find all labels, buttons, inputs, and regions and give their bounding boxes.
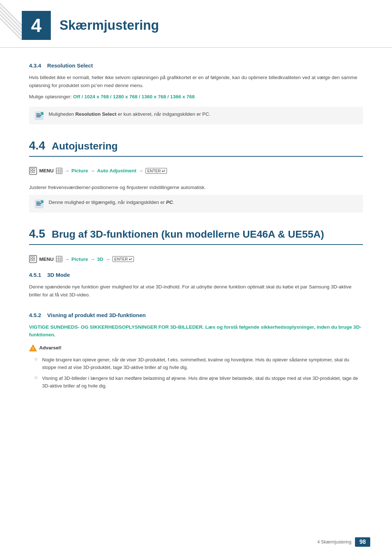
- menu-icon-45: [29, 255, 37, 263]
- subsection-434-label: Resolution Select: [47, 62, 93, 69]
- svg-rect-31: [33, 259, 35, 261]
- svg-rect-32: [56, 256, 62, 262]
- svg-rect-12: [30, 168, 32, 170]
- note-icon-434: !: [34, 111, 44, 121]
- warning-bullet-2: Visning af 3D-billeder i længere tid kan…: [36, 375, 363, 390]
- note-box-44: ! Denne mulighed er tilgængelig, når ind…: [29, 195, 363, 213]
- svg-rect-6: [36, 114, 40, 114]
- subsection-452-title: 4.5.2 Visning af produkt med 3D-funktion…: [29, 312, 363, 318]
- chapter-title: Skærmjustering: [60, 18, 159, 33]
- enter-box-45: ENTER: [113, 256, 134, 262]
- chapter-number: 4: [22, 11, 51, 40]
- section-44-body: Justerer frekvensværdierne/-positionerne…: [29, 184, 363, 192]
- subsection-452-number: 4.5.2: [29, 312, 41, 318]
- section-44-header: 4.4 Autojustering: [29, 139, 363, 157]
- subsection-451-number: 4.5.1: [29, 272, 41, 278]
- subsection-434-number: 4.3.4: [29, 62, 41, 69]
- section-44-menu-path: MENU → Picture → Auto Adjustment → ENTER: [29, 164, 363, 178]
- section-45-number: 4.5: [29, 227, 45, 241]
- section-434: 4.3.4 Resolution Select Hvis billedet ik…: [29, 62, 363, 124]
- section-434-body: Hvis billedet ikke er normalt, heller ik…: [29, 74, 363, 89]
- warning-bullet-1: Nogle brugere kan opleve gener, når de v…: [36, 356, 363, 372]
- svg-rect-7: [36, 115, 41, 116]
- main-content: 4.3.4 Resolution Select Hvis billedet ik…: [0, 62, 392, 425]
- subsection-434-title: 4.3.4 Resolution Select: [29, 62, 363, 69]
- section-44: 4.4 Autojustering MENU → Picture: [29, 139, 363, 213]
- svg-rect-24: [36, 205, 41, 205]
- warning-title: VIGTIGE SUNDHEDS- OG SIKKERHEDSOPLYSNING…: [29, 323, 363, 339]
- section-451-body: Denne spændende nye funktion giver mulig…: [29, 283, 363, 299]
- footer-chapter-label: 4 Skærmjustering: [317, 539, 351, 545]
- svg-rect-30: [30, 259, 32, 261]
- svg-rect-28: [30, 257, 32, 258]
- svg-rect-14: [30, 171, 32, 173]
- advarsel-box: ! Advarsel!: [29, 344, 363, 352]
- footer: 4 Skærmjustering 98: [317, 537, 370, 547]
- warning-section: VIGTIGE SUNDHEDS- OG SIKKERHEDSOPLYSNING…: [29, 323, 363, 390]
- enter-box-44: ENTER: [146, 168, 167, 174]
- svg-text:!: !: [42, 201, 42, 203]
- resolutions-line: Mulige opløsninger: Off / 1024 x 768 / 1…: [29, 93, 363, 101]
- subsection-451-label: 3D Mode: [47, 272, 70, 278]
- svg-rect-16: [56, 168, 62, 174]
- warning-triangle-icon: !: [29, 344, 37, 352]
- grid-icon-45: [56, 256, 62, 262]
- note-text-44: Denne mulighed er tilgængelig, når indga…: [49, 198, 174, 206]
- note-box-434: ! Muligheden Resolution Select er kun ak…: [29, 107, 363, 124]
- menu-label-45: MENU: [39, 257, 54, 262]
- svg-rect-29: [33, 257, 35, 258]
- grid-icon-44: [56, 168, 62, 174]
- svg-text:!: !: [42, 112, 42, 115]
- note-icon-44: !: [34, 199, 44, 209]
- subsection-452-label: Visning af produkt med 3D-funktionen: [47, 312, 146, 318]
- svg-text:!: !: [32, 347, 33, 351]
- svg-rect-22: [36, 202, 40, 202]
- section-44-number: 4.4: [29, 139, 45, 152]
- menu-picture-45: Picture: [72, 257, 88, 262]
- advarsel-label: Advarsel!: [39, 345, 62, 350]
- resolutions-values: Off / 1024 x 768 / 1280 x 768 / 1360 x 7…: [73, 94, 195, 99]
- footer-page-number: 98: [355, 537, 370, 547]
- section-45: 4.5 Brug af 3D-funktionen (kun modellern…: [29, 227, 363, 390]
- menu-icon-44: [29, 167, 37, 175]
- warning-bullet-list: Nogle brugere kan opleve gener, når de v…: [29, 356, 363, 390]
- subsection-451-title: 4.5.1 3D Mode: [29, 272, 363, 278]
- menu-label-44: MENU: [39, 168, 54, 173]
- svg-rect-23: [36, 203, 41, 204]
- menu-3d-45: 3D: [97, 257, 103, 262]
- section-45-title: Brug af 3D-funktionen (kun modellerne UE…: [52, 229, 324, 240]
- advarsel-icon: ! Advarsel!: [29, 344, 62, 352]
- chapter-header: 4 Skærmjustering: [0, 0, 392, 48]
- menu-autoadj-44: Auto Adjustment: [97, 168, 136, 173]
- section-452: 4.5.2 Visning af produkt med 3D-funktion…: [29, 312, 363, 390]
- diagonal-decoration: [0, 0, 22, 40]
- svg-rect-8: [36, 116, 41, 117]
- section-45-header: 4.5 Brug af 3D-funktionen (kun modellern…: [29, 227, 363, 245]
- note-text-434: Muligheden Resolution Select er kun akti…: [49, 110, 211, 118]
- svg-rect-13: [33, 168, 35, 170]
- section-44-title: Autojustering: [52, 140, 118, 152]
- svg-rect-15: [33, 171, 35, 173]
- menu-picture-44: Picture: [72, 168, 88, 173]
- section-451: 4.5.1 3D Mode Denne spændende nye funkti…: [29, 272, 363, 299]
- section-45-menu-path: MENU → Picture → 3D → ENTER: [29, 252, 363, 266]
